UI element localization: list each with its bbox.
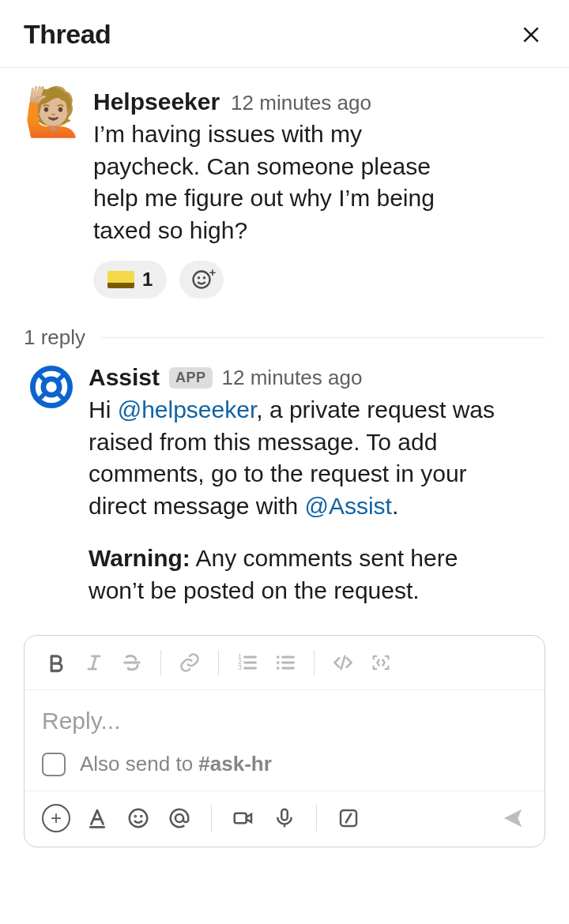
avatar-helpseeker: 🙋🏼 <box>24 88 79 299</box>
code-button[interactable] <box>326 645 360 680</box>
video-icon <box>232 806 255 830</box>
svg-point-8 <box>277 655 280 659</box>
also-send-label: Also send to #ask-hr <box>80 752 272 776</box>
svg-point-12 <box>135 816 136 817</box>
reaction-ticket[interactable]: 1 <box>93 261 167 299</box>
svg-rect-15 <box>235 813 247 824</box>
actions-divider <box>211 805 212 832</box>
svg-point-0 <box>194 272 210 288</box>
replies-count: 1 reply <box>24 325 85 350</box>
svg-point-2 <box>204 277 205 278</box>
also-send-row: Also send to #ask-hr <box>24 752 545 791</box>
reply-message: Assist APP 12 minutes ago Hi @helpseeker… <box>24 364 545 607</box>
message-timestamp: 12 minutes ago <box>222 366 363 390</box>
thread-title: Thread <box>24 19 111 50</box>
strike-icon <box>121 652 143 674</box>
svg-rect-16 <box>281 809 288 821</box>
audio-button[interactable] <box>267 801 302 836</box>
author-name[interactable]: Helpseeker <box>93 88 220 115</box>
code-block-icon <box>370 652 392 674</box>
mention-button[interactable] <box>162 801 197 836</box>
format-toggle-button[interactable] <box>80 801 115 836</box>
reply-composer: 123 Reply... Also send to #ask-hr <box>24 635 545 847</box>
ticket-icon <box>107 271 134 288</box>
code-icon <box>332 652 354 674</box>
svg-point-4 <box>43 379 59 395</box>
video-button[interactable] <box>226 801 261 836</box>
at-icon <box>168 806 191 830</box>
message-body: I’m having issues with my paycheck. Can … <box>93 118 465 246</box>
link-icon <box>179 652 201 674</box>
svg-point-1 <box>198 277 199 278</box>
slash-box-icon <box>337 806 360 830</box>
smile-icon <box>126 806 150 830</box>
bullet-list-icon <box>274 652 296 674</box>
svg-point-11 <box>130 809 148 828</box>
thread-header: Thread <box>0 0 569 68</box>
close-button[interactable] <box>517 21 545 49</box>
original-message: 🙋🏼 Helpseeker 12 minutes ago I’m having … <box>24 68 545 299</box>
send-icon <box>501 806 525 830</box>
mention-helpseeker[interactable]: @helpseeker <box>118 396 257 423</box>
mention-assist[interactable]: @Assist <box>304 493 391 519</box>
replies-separator: 1 reply <box>24 325 545 350</box>
reply-input[interactable]: Reply... <box>24 690 545 752</box>
svg-point-9 <box>277 661 280 664</box>
actions-divider <box>316 805 317 832</box>
warning-text: Warning: Any comments sent here won’t be… <box>89 543 515 607</box>
close-icon <box>521 24 541 45</box>
toolbar-divider <box>218 650 219 675</box>
bold-icon <box>45 652 67 674</box>
bullet-list-button[interactable] <box>268 645 303 680</box>
add-reaction-button[interactable]: + <box>179 261 224 299</box>
shortcuts-button[interactable] <box>331 801 366 836</box>
emoji-button[interactable] <box>121 801 156 836</box>
message-timestamp: 12 minutes ago <box>231 91 371 115</box>
svg-point-14 <box>175 814 183 822</box>
also-send-channel: #ask-hr <box>198 752 272 776</box>
code-block-button[interactable] <box>364 645 398 680</box>
send-button[interactable] <box>496 801 530 836</box>
ordered-list-icon: 123 <box>236 652 258 674</box>
toolbar-divider <box>314 650 315 675</box>
strike-button[interactable] <box>115 645 149 680</box>
reaction-count: 1 <box>142 269 153 291</box>
composer-actions: + <box>24 791 545 847</box>
bold-button[interactable] <box>39 645 73 680</box>
italic-icon <box>83 652 105 674</box>
lifebuoy-icon <box>30 366 73 408</box>
microphone-icon <box>273 806 296 830</box>
link-button[interactable] <box>172 645 207 680</box>
italic-button[interactable] <box>77 645 111 680</box>
author-name[interactable]: Assist <box>89 364 160 391</box>
divider <box>101 337 545 338</box>
avatar-assist <box>28 364 74 410</box>
attach-button[interactable]: + <box>39 801 73 836</box>
svg-text:3: 3 <box>238 664 242 671</box>
app-badge: APP <box>169 367 213 389</box>
toolbar-divider <box>160 650 161 675</box>
plus-circle-icon: + <box>42 804 70 832</box>
text-format-icon <box>85 806 109 830</box>
svg-point-10 <box>277 667 280 670</box>
message-body: Hi @helpseeker, a private request was ra… <box>89 394 515 522</box>
also-send-checkbox[interactable] <box>42 753 66 776</box>
ordered-list-button[interactable]: 123 <box>230 645 265 680</box>
format-toolbar: 123 <box>24 636 545 690</box>
svg-point-13 <box>141 816 141 817</box>
